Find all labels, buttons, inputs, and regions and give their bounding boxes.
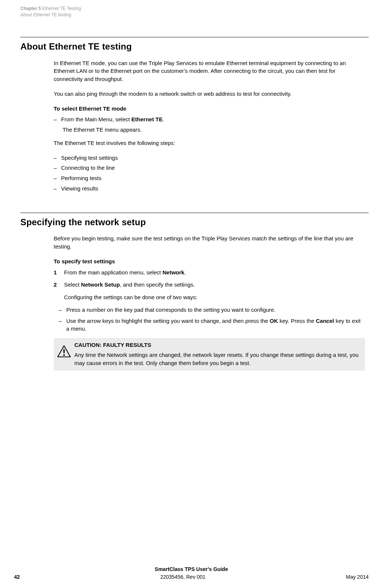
footer-guide-title: SmartClass TPS User's Guide xyxy=(155,566,228,572)
item-text: Select Network Setup, and then specify t… xyxy=(64,281,365,289)
dash-bullet: – xyxy=(54,185,61,193)
nested-list-item: – Press a number on the key pad that cor… xyxy=(59,306,365,314)
list-item: – Connecting to the line xyxy=(54,164,365,172)
section-subtitle: About Ethernet TE testing xyxy=(20,12,369,18)
step-substep: Configuring the settings can be done one… xyxy=(64,293,365,301)
bold-text: OK xyxy=(270,318,278,324)
list-item-text: Use the arrow keys to highlight the sett… xyxy=(66,317,365,333)
footer-date: May 2014 xyxy=(346,573,369,581)
svg-rect-1 xyxy=(63,349,64,353)
section1-body: In Ethernet TE mode, you can use the Tri… xyxy=(54,59,365,193)
dash-bullet: – xyxy=(54,154,61,162)
list-item-text: From the Main Menu, select Ethernet TE. xyxy=(61,115,365,124)
chapter-title: Ethernet TE Testing xyxy=(42,6,81,11)
dash-bullet: – xyxy=(54,174,61,182)
section-rule xyxy=(20,213,369,213)
step-result: The Ethernet TE menu appears. xyxy=(63,126,365,134)
section2-body: Before you begin testing, make sure the … xyxy=(54,234,365,371)
list-item: – From the Main Menu, select Ethernet TE… xyxy=(54,115,365,124)
bold-text: Network xyxy=(162,269,184,276)
paragraph: You can also ping through the modem to a… xyxy=(54,90,365,98)
text-span: . xyxy=(162,116,164,122)
caution-body: Any time the Network settings are change… xyxy=(74,351,361,367)
text-span: From the main application menu, select xyxy=(64,269,162,276)
list-item: – Specifying test settings xyxy=(54,154,365,162)
page-header: Chapter 5 Ethernet TE Testing About Ethe… xyxy=(20,0,369,37)
list-item-text: Specifying test settings xyxy=(61,154,365,162)
paragraph: The Ethernet TE test involves the follow… xyxy=(54,139,365,147)
bold-text: Network Setup xyxy=(81,281,120,288)
dash-bullet: – xyxy=(59,317,66,333)
item-number: 2 xyxy=(54,281,64,289)
footer-page-number: 42 xyxy=(14,573,20,581)
list-item: – Viewing results xyxy=(54,185,365,193)
paragraph: In Ethernet TE mode, you can use the Tri… xyxy=(54,59,365,83)
subheading-select-mode: To select Ethernet TE mode xyxy=(54,105,365,113)
text-span: . xyxy=(184,269,186,276)
text-span: key. Press the xyxy=(278,318,316,324)
chapter-line: Chapter 5 Ethernet TE Testing xyxy=(20,6,369,12)
dash-bullet: – xyxy=(54,164,61,172)
svg-point-2 xyxy=(63,354,65,356)
dash-bullet: – xyxy=(54,115,61,124)
bold-text: Cancel xyxy=(316,318,334,324)
item-number: 1 xyxy=(54,268,64,277)
text-span: Use the arrow keys to highlight the sett… xyxy=(66,318,270,324)
numbered-item: 1 From the main application menu, select… xyxy=(54,268,365,277)
list-item-text: Press a number on the key pad that corre… xyxy=(66,306,365,314)
caution-content: CAUTION: FAULTY RESULTS Any time the Net… xyxy=(74,341,361,367)
list-item-text: Viewing results xyxy=(61,185,365,193)
bold-text: Ethernet TE xyxy=(131,116,162,122)
nested-list-item: – Use the arrow keys to highlight the se… xyxy=(59,317,365,333)
item-text: From the main application menu, select N… xyxy=(64,268,365,277)
chapter-number: Chapter 5 xyxy=(20,6,41,11)
text-span: Select xyxy=(64,281,81,288)
caution-title: CAUTION: FAULTY RESULTS xyxy=(74,341,361,349)
paragraph: Before you begin testing, make sure the … xyxy=(54,234,365,251)
subheading-specify-settings: To specify test settings xyxy=(54,257,365,266)
dash-bullet: – xyxy=(59,306,66,314)
list-item-text: Connecting to the line xyxy=(61,164,365,172)
text-span: , and then specify the settings. xyxy=(120,281,195,288)
page-footer: SmartClass TPS User's Guide 42 22035456,… xyxy=(14,565,369,581)
heading-network-setup: Specifying the network setup xyxy=(20,216,369,229)
list-item: – Performing tests xyxy=(54,174,365,182)
footer-doc-number: 22035456, Rev 001 xyxy=(160,573,205,581)
caution-box: CAUTION: FAULTY RESULTS Any time the Net… xyxy=(54,338,365,371)
caution-icon xyxy=(57,345,71,359)
numbered-item: 2 Select Network Setup, and then specify… xyxy=(54,281,365,289)
list-item-text: Performing tests xyxy=(61,174,365,182)
text-span: From the Main Menu, select xyxy=(61,116,131,122)
heading-about-ethernet: About Ethernet TE testing xyxy=(20,40,369,53)
section-rule xyxy=(20,37,369,37)
